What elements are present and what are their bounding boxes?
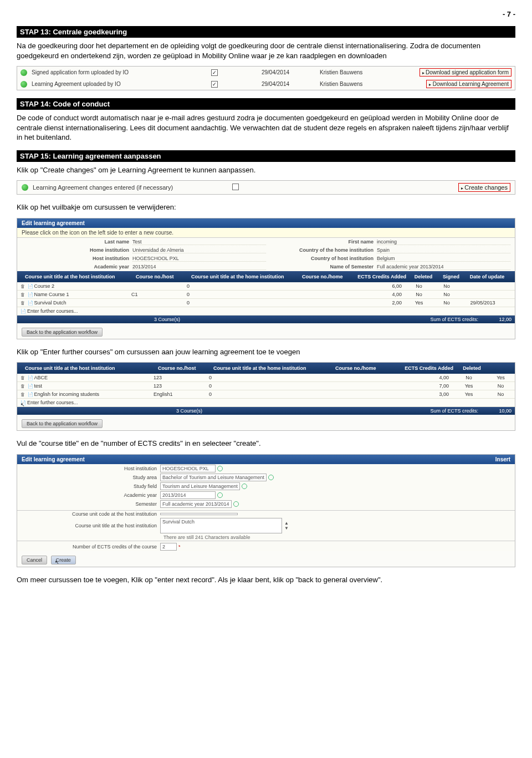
- table-header: Course unit title at the host institutio…: [17, 271, 515, 282]
- last-name-label: Last name: [22, 239, 132, 245]
- required-icon: *: [178, 544, 181, 550]
- doc-icon: [28, 391, 34, 397]
- spin-down-icon[interactable]: ▼: [284, 526, 289, 531]
- table-row[interactable]: English for incoming students English1 0…: [17, 390, 515, 399]
- course-table-2: Course unit title at the host institutio…: [17, 362, 515, 431]
- step-15-paragraph: Klik op "Create changes" om je Learning …: [17, 165, 515, 175]
- course-title-label: Course unit title at the host institutio…: [22, 523, 160, 528]
- reload-icon[interactable]: [217, 466, 223, 471]
- trash-icon[interactable]: [21, 283, 26, 289]
- enter-further-row[interactable]: Enter further courses...: [17, 307, 515, 316]
- cancel-button[interactable]: Cancel: [22, 556, 47, 564]
- trash-icon[interactable]: [21, 391, 26, 397]
- insert-mode-label: Insert: [495, 456, 510, 462]
- text-vuilbakje: Klik op het vuilbakje om cursussen te ve…: [17, 202, 515, 212]
- panel-title-bar: Edit learning agreement: [17, 218, 515, 228]
- step-13-header: STAP 13: Centrale goedkeuring: [17, 26, 515, 38]
- edit-learning-agreement-panel: Edit learning agreement Please click on …: [17, 218, 515, 339]
- th-home-no: Course no./home: [299, 273, 354, 281]
- checkbox-icon: ✓: [211, 81, 218, 88]
- row-user: Kristien Bauwens: [320, 81, 397, 87]
- th-ects: ECTS Credits Added: [390, 364, 457, 372]
- hint-bar: Please click on the icon on the left sid…: [17, 228, 515, 238]
- text-course-title: Vul de "course title" en de "number of E…: [17, 439, 515, 449]
- ects-label: Number of ECTS credits of the course: [22, 544, 160, 550]
- th-hno: Course no./home: [332, 364, 390, 372]
- enter-further-row[interactable]: Enter further courses...: [17, 399, 515, 407]
- th-host: Course unit title at the host institutio…: [22, 273, 132, 281]
- enter-further-link[interactable]: Enter further courses...: [27, 400, 78, 405]
- host-country-value: Belgium: [377, 256, 510, 262]
- count-label: 3 Course(s): [17, 407, 206, 415]
- acad-year-value: 2013/2014: [132, 264, 266, 270]
- row-date: 29/04/2014: [231, 69, 320, 75]
- study-field-select[interactable]: Tourism and Leisure Management: [160, 482, 240, 490]
- sum-value: 12,00: [482, 316, 515, 323]
- text-enter-further: Klik op "Enter further courses" om cursu…: [17, 347, 515, 357]
- doc-icon: [28, 300, 34, 306]
- ects-input[interactable]: 2: [160, 543, 177, 551]
- step-13-paragraph: Na de goedkeuring door het departement e…: [17, 41, 515, 60]
- first-name-label: First name: [266, 239, 377, 245]
- study-area-label: Study area: [22, 475, 160, 480]
- course-title-textarea[interactable]: Survival Dutch: [160, 518, 282, 533]
- create-button[interactable]: Create: [51, 556, 76, 564]
- reload-icon[interactable]: [268, 475, 274, 480]
- th-del: Deleted: [410, 273, 437, 281]
- back-button[interactable]: Back to the application workflow: [22, 419, 103, 428]
- trash-icon[interactable]: [21, 292, 26, 297]
- acad-year-label: Academic year: [22, 264, 132, 270]
- reload-icon[interactable]: [217, 492, 223, 498]
- row-label: Learning Agreement uploaded by IO: [32, 81, 198, 87]
- th-sig: Signed: [437, 273, 465, 281]
- th-del: Deleted: [457, 364, 487, 372]
- first-name-value: incoming: [377, 239, 510, 245]
- enter-further-link[interactable]: Enter further courses...: [27, 308, 78, 314]
- checkbox-icon: ✓: [211, 69, 218, 76]
- changes-label: Learning Agreement changes entered (if n…: [33, 184, 232, 191]
- home-country-value: Spain: [377, 247, 510, 253]
- back-button[interactable]: Back to the application workflow: [22, 328, 103, 337]
- step-14-header: STAP 14: Code of conduct: [17, 98, 515, 110]
- table-row[interactable]: test 123 0 7,00 Yes No: [17, 382, 515, 390]
- trash-icon[interactable]: [21, 375, 26, 380]
- spin-up-icon[interactable]: ▲: [284, 521, 289, 526]
- doc-icon: [28, 292, 34, 297]
- semester-select[interactable]: Full academic year 2013/2014: [160, 500, 232, 508]
- row-date: 29/04/2014: [231, 81, 320, 87]
- doc-icon: [28, 383, 34, 389]
- text-footer: Om meer cursussen toe te voegen, Klik op…: [17, 575, 515, 585]
- home-country-label: Country of the home institution: [266, 247, 377, 253]
- course-code-label: Course unit code at the host institution: [22, 511, 160, 517]
- table-row[interactable]: Course 2 0 6,00 No No: [17, 282, 515, 291]
- course-code-input[interactable]: [160, 513, 238, 515]
- home-inst-label: Home institution: [22, 247, 132, 253]
- acad-year-label: Academic year: [22, 492, 160, 498]
- create-changes-panel: Learning Agreement changes entered (if n…: [17, 180, 515, 195]
- table-row[interactable]: Name Course 1 C1 0 4,00 No No: [17, 291, 515, 299]
- trash-icon[interactable]: [21, 300, 26, 306]
- semester-label: Semester: [22, 501, 160, 507]
- download-panel: Signed application form uploaded by IO ✓…: [17, 66, 515, 90]
- th-no: Course no./host: [155, 364, 210, 372]
- reload-icon[interactable]: [242, 484, 247, 489]
- status-dot-icon: [21, 81, 27, 88]
- download-learning-agreement-link[interactable]: Download Learning Agreement: [426, 80, 511, 88]
- checkbox-icon: [232, 184, 239, 190]
- study-area-select[interactable]: Bachelor of Tourism and Leisure Manageme…: [160, 474, 267, 481]
- reload-icon[interactable]: [233, 501, 239, 507]
- study-field-label: Study field: [22, 484, 160, 489]
- table-row[interactable]: Survival Dutch 0 2,00 Yes No 29/05/2013: [17, 299, 515, 307]
- host-inst-select[interactable]: HOGESCHOOL PXL: [160, 465, 216, 472]
- trash-icon[interactable]: [21, 383, 26, 389]
- download-signed-form-link[interactable]: Download signed application form: [420, 68, 511, 77]
- sum-value: 10,00: [482, 407, 515, 415]
- acad-year-select[interactable]: 2013/2014: [160, 491, 216, 499]
- step-14-paragraph: De code of conduct wordt automatisch naa…: [17, 113, 515, 143]
- host-inst-label: Host institution: [22, 466, 160, 471]
- step-15-header: STAP 15: Learning agreement aanpassen: [17, 150, 515, 162]
- table-row[interactable]: ABCE 123 0 4,00 No Yes: [17, 374, 515, 382]
- status-dot-icon: [22, 184, 28, 191]
- create-changes-link[interactable]: Create changes: [458, 183, 510, 192]
- doc-icon: [28, 375, 34, 380]
